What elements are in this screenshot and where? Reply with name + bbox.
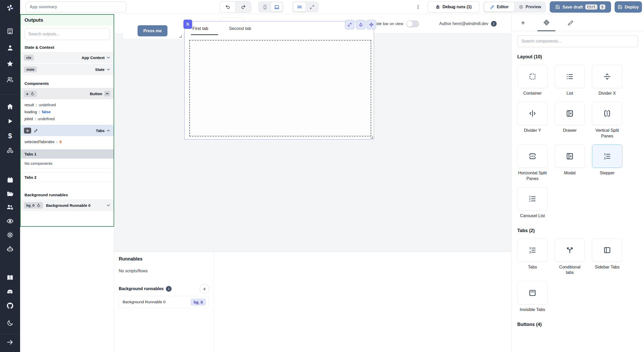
collapse-a-button[interactable] [104, 91, 110, 96]
desktop-view-button[interactable] [271, 2, 282, 12]
background-runnable-row[interactable]: Background Runnable 0 bg_0 [119, 296, 209, 308]
eye-icon[interactable] [6, 217, 14, 225]
users-gear-icon[interactable] [6, 203, 14, 211]
save-draft-button[interactable]: Save draft Ctrl S [550, 1, 611, 13]
container-icon [528, 72, 537, 81]
output-row-state[interactable]: state State [21, 64, 114, 75]
boxes-icon[interactable] [6, 147, 14, 154]
more-menu-button[interactable] [415, 3, 421, 11]
building-icon[interactable] [6, 28, 14, 35]
dollar-icon[interactable]: $ [6, 132, 14, 140]
windmill-logo-icon[interactable] [6, 4, 14, 11]
expand-canvas-button[interactable] [306, 2, 318, 12]
component-card-divider-y[interactable]: Divider Y [517, 102, 548, 139]
play-icon[interactable] [6, 118, 14, 125]
resize-handle[interactable] [179, 35, 182, 38]
tab-second[interactable]: Second tab [229, 26, 251, 31]
component-card-modal[interactable]: Modal [555, 144, 585, 182]
bug-icon [435, 5, 440, 10]
user-icon[interactable] [6, 44, 14, 51]
component-card-invisible-tabs[interactable]: Invisible Tabs [517, 281, 548, 313]
app-summary-input[interactable] [26, 2, 126, 12]
pencil-icon [490, 5, 495, 9]
component-card-tabs[interactable]: 12 Tabs [517, 239, 548, 276]
tabs-component-selected[interactable]: b First tab Second tab [184, 21, 374, 140]
chevron-down-icon [106, 56, 110, 60]
hide-bar-toggle[interactable] [406, 20, 419, 27]
gear-icon[interactable] [6, 231, 14, 239]
add-background-runnable-button[interactable] [200, 284, 209, 294]
component-card-container[interactable]: Container [517, 65, 548, 96]
redo-button[interactable] [235, 1, 251, 13]
align-center-icon [297, 4, 302, 10]
users-group-icon[interactable] [6, 76, 14, 83]
components-heading: Components [24, 81, 114, 86]
info-icon[interactable]: i [166, 286, 172, 292]
component-card-conditional-tabs[interactable]: Conditional tabs [555, 239, 585, 276]
component-card-carousel-list[interactable]: Carousel List [517, 187, 548, 219]
tabs1-header[interactable]: Tabs 1 [21, 149, 114, 159]
panel-divider [214, 252, 214, 352]
tab-preview[interactable]: Preview [515, 2, 545, 12]
anchor-component-button[interactable] [356, 20, 366, 29]
robot-icon[interactable] [6, 245, 14, 252]
redo-icon [241, 4, 246, 10]
svg-text:2: 2 [529, 251, 531, 254]
component-a-props: result:undefined loading:false jobId:und… [21, 99, 114, 125]
tab-first[interactable]: First tab [192, 26, 208, 31]
hand-pointer-icon [30, 92, 35, 96]
output-row-bg0[interactable]: bg_0 Background Runnable 0 [21, 199, 114, 211]
resize-handle[interactable] [371, 136, 373, 138]
tab-content-dropzone[interactable] [189, 40, 371, 136]
tabs1-empty-label: No components [21, 159, 114, 168]
star-icon[interactable] [6, 60, 14, 67]
toggle-knob [407, 21, 413, 27]
folder-open-icon[interactable] [6, 190, 14, 197]
arrow-right-icon[interactable] [6, 339, 14, 346]
output-row-component-b[interactable]: b Tabs [21, 125, 114, 136]
center-canvas-button[interactable] [293, 2, 306, 12]
output-row-component-a[interactable]: a Button [21, 88, 114, 99]
deploy-button[interactable]: Deploy [615, 1, 642, 13]
mobile-view-button[interactable] [259, 2, 270, 12]
component-card-vertical-split[interactable]: Vertical Split Panes [592, 102, 622, 139]
component-card-list[interactable]: List [555, 65, 585, 96]
preview-label: Preview [526, 5, 541, 9]
home-icon[interactable] [6, 103, 14, 110]
tab-editor[interactable]: Editor [484, 2, 514, 12]
preview-target-icon [519, 5, 523, 9]
output-row-ctx[interactable]: ctx App Context [21, 52, 114, 63]
tabs2-header[interactable]: Tabs 2 [21, 173, 114, 182]
move-component-button[interactable] [367, 20, 376, 29]
outputs-search-input[interactable] [24, 28, 110, 40]
debug-runs-button[interactable]: Debug runs (1) [428, 1, 479, 13]
tab-styling[interactable] [566, 18, 575, 27]
info-icon[interactable]: i [491, 21, 497, 27]
moon-icon[interactable] [6, 320, 14, 327]
discord-icon[interactable] [6, 288, 14, 295]
tabs-icon: 12 [528, 246, 537, 254]
editor-label: Editor [497, 5, 509, 9]
tab-insert-plus[interactable] [519, 18, 527, 27]
expand-component-button[interactable] [345, 20, 354, 29]
component-b-props: selectedTabIndex:0 [21, 136, 114, 146]
book-open-icon[interactable] [6, 274, 14, 281]
undo-icon [225, 4, 230, 10]
press-me-button[interactable]: Press me [138, 25, 167, 36]
tab-components[interactable] [542, 18, 551, 27]
calendar-icon[interactable] [6, 176, 14, 183]
component-card-horizontal-split[interactable]: Horizontal Split Panes [517, 144, 548, 182]
component-card-drawer[interactable]: Drawer [555, 102, 585, 139]
prop-jobid: jobId:undefined [24, 115, 110, 122]
undo-button[interactable] [220, 1, 235, 13]
github-icon[interactable] [6, 302, 14, 309]
invisible-tabs-icon [528, 289, 537, 297]
component-card-stepper[interactable]: 12 Stepper [592, 144, 622, 182]
component-card-divider-x[interactable]: Divider X [592, 65, 622, 96]
components-search-input[interactable] [517, 35, 638, 47]
button-component-cell[interactable]: Press me [123, 22, 183, 39]
bg0-id-badge: bg_0 [24, 202, 43, 209]
component-card-sidebar-tabs[interactable]: Sidebar Tabs [592, 239, 622, 276]
kbd-s: S [600, 4, 605, 10]
svg-text:1: 1 [604, 153, 606, 156]
